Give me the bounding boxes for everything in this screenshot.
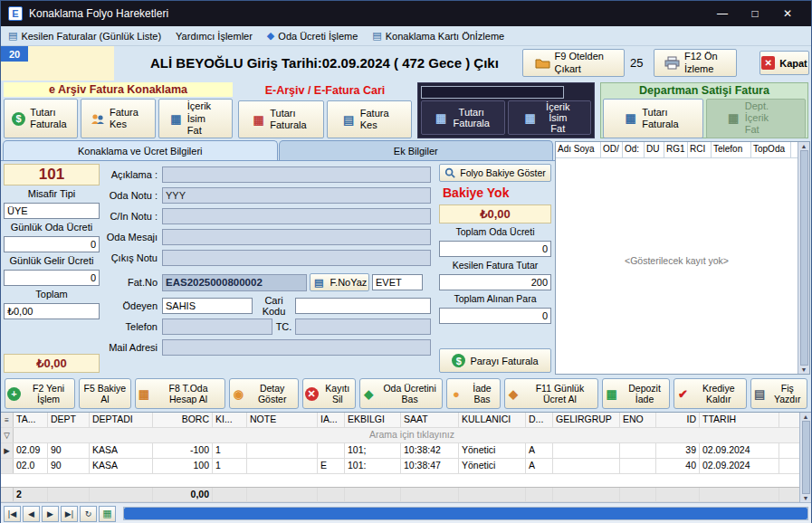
cari-fatura-kes-button[interactable]: ▤ Fatura Kes: [327, 100, 413, 138]
nav-next-button[interactable]: ▶: [42, 506, 59, 522]
menu-oda-ucreti-isleme[interactable]: ◆ Oda Ücreti İşleme: [267, 31, 358, 42]
krediye-kaldir-button[interactable]: ✔Krediye Kaldır: [673, 378, 747, 409]
cari-tutari-faturala-button[interactable]: ▦ Tutarı Faturala: [238, 100, 324, 138]
dark-panel-input[interactable]: [421, 86, 564, 99]
grid-column-header-7[interactable]: EKBILGI: [345, 413, 401, 427]
grid-cell[interactable]: [620, 459, 656, 473]
horizontal-scrollbar[interactable]: [123, 507, 808, 520]
grid-cell[interactable]: 02.09.2024: [700, 459, 779, 473]
guest-grid-col-2[interactable]: Od:: [623, 142, 645, 157]
cari-kodu-input[interactable]: [295, 298, 431, 314]
grid-column-header-13[interactable]: ID: [656, 413, 700, 427]
scroll-down-icon[interactable]: ▼: [803, 495, 809, 501]
grid-cell[interactable]: [553, 443, 620, 458]
konaklama-icerik-isim-fat-button[interactable]: ▦ İçerik İsim Fat: [158, 99, 233, 138]
grid-cell[interactable]: 90: [48, 459, 90, 473]
f12-on-izleme-button[interactable]: F12 Ön İzleme: [654, 49, 737, 77]
grid-cell[interactable]: 02.09.2024: [700, 443, 779, 458]
grid-column-header-12[interactable]: ENO: [620, 413, 656, 427]
grid-column-header-0[interactable]: TA...: [14, 413, 48, 427]
fnoyaz-button[interactable]: ▤ F.NoYaz: [310, 273, 369, 291]
odeyen-input[interactable]: [162, 298, 253, 314]
guest-grid-col-3[interactable]: DU: [645, 142, 664, 157]
toplam-oda-ucreti-input[interactable]: [439, 241, 551, 257]
grid-cell[interactable]: [247, 443, 318, 458]
grid-cell[interactable]: 1: [213, 459, 247, 473]
toplam-input[interactable]: [4, 303, 100, 319]
grid-scrollbar[interactable]: ▲ ▼: [799, 413, 811, 502]
grid-cell[interactable]: 10:38:42: [401, 443, 459, 458]
tc-input[interactable]: [295, 319, 431, 335]
scroll-thumb[interactable]: [124, 508, 807, 519]
dark-tutari-faturala-button[interactable]: ▦ Tutarı Faturala: [421, 100, 505, 135]
guest-grid-col-1[interactable]: OD/: [601, 142, 623, 157]
parayi-faturala-button[interactable]: $ Parayı Faturala: [439, 348, 551, 373]
menu-yardimci-islemler[interactable]: Yardımcı İşlemler: [176, 31, 253, 42]
grid-cell[interactable]: 02.09: [14, 443, 48, 458]
grid-column-header-10[interactable]: D...: [526, 413, 553, 427]
menu-kesilen-faturalar[interactable]: ▤ Kesilen Faturalar (Günlük Liste): [8, 31, 161, 42]
f8-toda-hesap-al-button[interactable]: ▦F8 T.Oda Hesap Al: [135, 378, 225, 409]
kesilen-fatura-input[interactable]: [439, 274, 551, 290]
grid-column-header-5[interactable]: NOTE: [247, 413, 318, 427]
grid-cell[interactable]: 101;: [345, 443, 401, 458]
nav-refresh-button[interactable]: ↻: [80, 506, 97, 522]
close-window-button[interactable]: ✕: [771, 1, 804, 26]
scroll-up-icon[interactable]: ▲: [801, 143, 807, 149]
fatno-input[interactable]: [162, 274, 307, 291]
cikis-notu-input[interactable]: [162, 250, 431, 266]
grid-cell[interactable]: Yönetici: [459, 459, 526, 473]
nav-first-button[interactable]: |◀: [4, 506, 21, 522]
nav-prev-button[interactable]: ◀: [23, 506, 40, 522]
guest-grid-col-5[interactable]: RCI: [688, 142, 712, 157]
oda-ucretini-bas-button[interactable]: ◆Oda Ücretini Bas: [359, 378, 444, 409]
grid-cell[interactable]: E: [318, 459, 345, 473]
grid-cell[interactable]: [620, 443, 656, 458]
grid-cell[interactable]: 40: [656, 459, 700, 473]
gunluk-gelir-ucreti-input[interactable]: [4, 270, 100, 286]
cin-notu-input[interactable]: [162, 208, 431, 224]
guest-grid-scrollbar[interactable]: ▲ ▼: [798, 142, 809, 374]
filter-icon[interactable]: ▽: [1, 428, 14, 442]
departman-tutari-faturala-button[interactable]: ▦ Tutarı Faturala: [603, 99, 703, 138]
grid-cell[interactable]: 100: [153, 459, 213, 473]
grid-cell[interactable]: 39: [656, 443, 700, 458]
toplam-alinan-input[interactable]: [439, 308, 551, 324]
grid-cell[interactable]: Yönetici: [459, 443, 526, 458]
guest-grid-body[interactable]: <Gösterilecek kayıt yok>: [556, 158, 809, 374]
grid-column-header-3[interactable]: BORC: [153, 413, 213, 427]
grid-cell[interactable]: 02.0: [14, 459, 48, 473]
f11-gunluk-ucret-al-button[interactable]: ◆F11 Günlük Ücret Al: [504, 378, 599, 409]
row-selector[interactable]: [1, 459, 14, 473]
guest-grid-col-6[interactable]: Telefon: [712, 142, 751, 157]
misafir-tipi-input[interactable]: [4, 203, 100, 219]
gunluk-oda-ucreti-input[interactable]: [4, 236, 100, 252]
grid-row-1[interactable]: 02.090KASA1001E101:10:38:47YöneticiA4002…: [1, 459, 811, 474]
grid-cell[interactable]: KASA: [90, 443, 153, 458]
grid-cell[interactable]: [247, 459, 318, 473]
grid-cell[interactable]: 10:38:47: [401, 459, 459, 473]
fnoyaz-flag-input[interactable]: [372, 274, 423, 290]
grid-row-0[interactable]: ▶02.0990KASA-1001101;10:38:42YöneticiA39…: [1, 443, 811, 459]
grid-menu-icon[interactable]: ≡: [1, 413, 14, 427]
grid-cell[interactable]: 101:: [345, 459, 401, 473]
guest-grid-col-4[interactable]: RG1: [664, 142, 688, 157]
nav-export-button[interactable]: ▦: [99, 506, 116, 522]
grid-filter-text[interactable]: Arama için tıklayınız: [14, 428, 811, 442]
telefon-input[interactable]: [162, 319, 272, 335]
grid-column-header-9[interactable]: KULLANICI: [459, 413, 526, 427]
grid-column-header-2[interactable]: DEPTADI: [90, 413, 153, 427]
grid-cell[interactable]: 90: [48, 443, 90, 458]
scroll-down-icon[interactable]: ▼: [801, 366, 807, 373]
menu-konaklama-karti-onizleme[interactable]: ▤ Konaklama Kartı Önİzleme: [372, 31, 504, 42]
detay-goster-button[interactable]: ◉Detay Göster: [229, 378, 299, 409]
maximize-button[interactable]: □: [739, 1, 771, 26]
depozit-iade-button[interactable]: ▦Depozit İade: [602, 378, 670, 409]
grid-column-header-4[interactable]: KI...: [213, 413, 247, 427]
f9-otelden-cikart-button[interactable]: F9 Otelden Çıkart: [522, 49, 625, 77]
grid-cell[interactable]: 1: [213, 443, 247, 458]
guest-grid-col-0[interactable]: Adı Soya: [556, 142, 601, 157]
f2-yeni-islem-button[interactable]: +F2 Yeni İşlem: [5, 378, 75, 409]
scroll-thumb[interactable]: [802, 421, 810, 494]
row-selector[interactable]: ▶: [1, 443, 14, 458]
